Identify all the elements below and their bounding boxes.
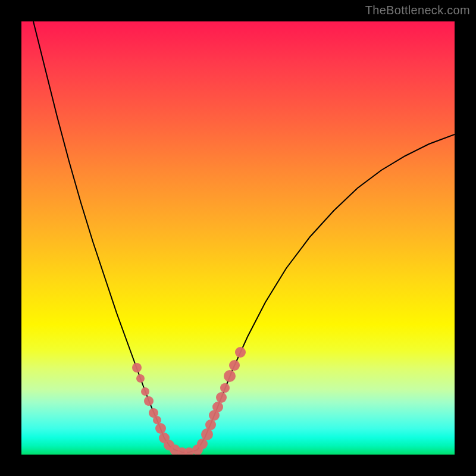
data-point — [229, 360, 240, 371]
data-point — [212, 402, 223, 412]
curve-layer — [33, 21, 455, 452]
data-point — [153, 416, 161, 424]
bottleneck-curve — [33, 21, 455, 452]
data-point — [205, 419, 216, 430]
data-point — [216, 392, 227, 403]
watermark-text: TheBottleneck.com — [365, 4, 470, 17]
data-point — [136, 374, 145, 383]
chart-frame: TheBottleneck.com — [0, 0, 476, 476]
data-point — [201, 428, 213, 440]
data-point — [235, 347, 246, 358]
chart-svg — [21, 21, 455, 455]
data-point — [132, 363, 142, 372]
data-point — [224, 370, 236, 382]
marker-layer — [132, 347, 246, 455]
data-point — [144, 396, 154, 406]
data-point — [141, 387, 149, 396]
data-point — [220, 383, 230, 393]
data-point — [155, 423, 166, 434]
plot-area — [21, 21, 455, 455]
